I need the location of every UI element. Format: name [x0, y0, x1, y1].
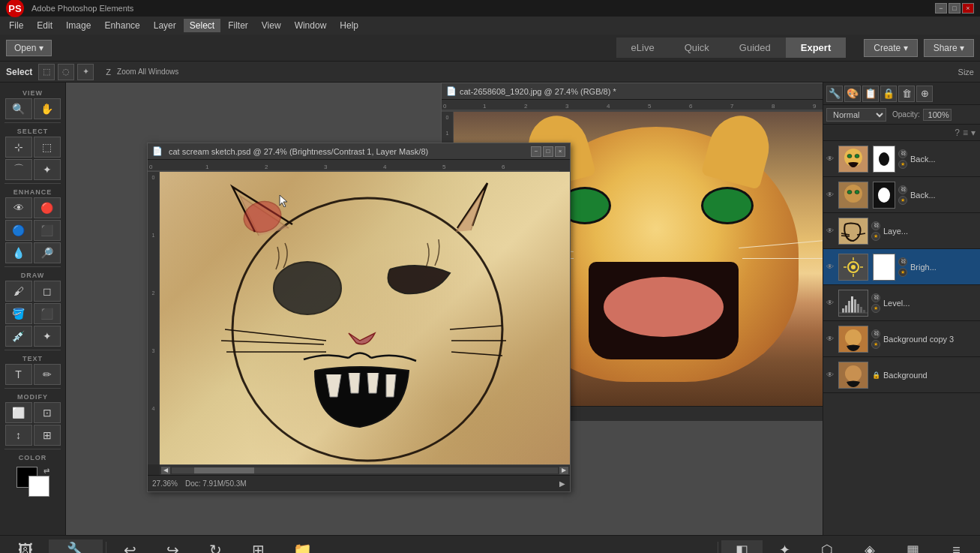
menu-image[interactable]: Image [60, 19, 97, 32]
layer-visibility-7[interactable]: 👁 [826, 371, 835, 379]
straighten-tool[interactable]: ↕ [5, 425, 32, 446]
tab-guided[interactable]: Guided [724, 38, 786, 58]
eraser-tool[interactable]: ◻ [34, 281, 61, 302]
layer-chain-2[interactable]: ⛓ [898, 185, 907, 194]
layer-visibility-1[interactable]: 👁 [826, 155, 835, 163]
layer-visibility-3[interactable]: 👁 [826, 227, 835, 235]
layer-chain-6[interactable]: ⛓ [871, 329, 880, 338]
panel-btn-2[interactable]: 🎨 [844, 86, 861, 102]
layer-chain-5[interactable]: ⛓ [871, 293, 880, 302]
eye-tool[interactable]: 👁 [5, 197, 32, 218]
tab-expert[interactable]: Expert [786, 38, 846, 58]
layer-item-3[interactable]: 👁 ⛓ ★ Laye... [823, 213, 980, 249]
layer-item-6[interactable]: 👁 ⛓ ★ Background copy 3 [823, 321, 980, 357]
bottom-btn-rotate[interactable]: ↻ Rotate [195, 539, 236, 553]
panel-expand-icon[interactable]: ▾ [971, 128, 976, 138]
menu-edit[interactable]: Edit [31, 19, 58, 32]
bottom-btn-redo[interactable]: ↪ Redo [152, 539, 193, 553]
layer-item-4[interactable]: 👁 [823, 249, 980, 285]
panel-help-icon[interactable]: ? [955, 128, 960, 138]
lasso-tool[interactable]: ⌒ [5, 159, 32, 180]
bottom-btn-effects[interactable]: ✦ Effects [764, 540, 805, 553]
crop-tool[interactable]: ⬜ [5, 402, 32, 423]
magic-wand-tool[interactable]: ✦ [34, 159, 61, 180]
layer-chain-3[interactable]: ⛓ [871, 221, 880, 230]
stamp-tool[interactable]: ⬛ [34, 220, 61, 241]
title-bar-controls[interactable]: − □ × [935, 3, 974, 14]
bottom-btn-styles[interactable]: ◈ Styles [850, 540, 891, 553]
layer-chain-1[interactable]: ⛓ [898, 149, 907, 158]
layer-star-2[interactable]: ★ [898, 196, 907, 205]
bottom-btn-filters[interactable]: ⬡ Filters [807, 540, 848, 553]
bottom-btn-undo[interactable]: ↩ Undo [109, 539, 151, 553]
select-magic-btn[interactable]: ✦ [77, 64, 94, 80]
layer-chain-4[interactable]: ⛓ [898, 257, 907, 266]
layer-item-5[interactable]: 👁 [823, 285, 980, 321]
bottom-btn-photo-bin[interactable]: 🖼 Photo Bin [3, 540, 47, 554]
layer-star-4[interactable]: ★ [898, 268, 907, 277]
gradient-tool[interactable]: ⬛ [34, 303, 61, 324]
swap-colors-icon[interactable]: ⇄ [43, 467, 49, 475]
layer-star-1[interactable]: ★ [898, 160, 907, 169]
eyedropper-tool[interactable]: 💉 [5, 326, 32, 347]
scroll-track-h[interactable] [172, 467, 558, 473]
panel-btn-1[interactable]: 🔧 [826, 86, 843, 102]
layer-visibility-4[interactable]: 👁 [826, 263, 835, 271]
menu-filter[interactable]: Filter [222, 19, 254, 32]
text-tool[interactable]: T [5, 364, 32, 385]
doc1-close-btn[interactable]: × [555, 146, 565, 157]
menu-select[interactable]: Select [184, 19, 220, 32]
panel-btn-4[interactable]: 🔒 [880, 86, 897, 102]
blend-mode-select[interactable]: Normal Multiply Screen Overlay [826, 108, 886, 122]
panel-btn-trash[interactable]: ⊕ [916, 86, 933, 102]
move-tool[interactable]: ⊹ [5, 137, 32, 158]
layer-item-2[interactable]: 👁 ⛓ ★ [823, 177, 980, 213]
bottom-btn-tool-options[interactable]: 🔧 Tool Options [49, 539, 103, 553]
red-eye-tool[interactable]: 🔴 [34, 197, 61, 218]
scroll-thumb-h[interactable] [194, 467, 254, 473]
panel-btn-5[interactable]: 🗑 [898, 86, 915, 102]
doc1-restore-btn[interactable]: □ [543, 146, 553, 157]
blur-tool[interactable]: 💧 [5, 242, 32, 263]
menu-layer[interactable]: Layer [148, 19, 182, 32]
smudge-tool[interactable]: ✦ [34, 326, 61, 347]
open-button[interactable]: Open ▾ [6, 40, 52, 56]
scroll-left-btn[interactable]: ◀ [161, 467, 170, 474]
menu-file[interactable]: File [3, 19, 29, 32]
text-paint-tool[interactable]: ✏ [34, 364, 61, 385]
opacity-input[interactable] [923, 109, 952, 121]
recompose-tool[interactable]: ⊡ [34, 402, 61, 423]
clone-tool[interactable]: 🔵 [5, 220, 32, 241]
zoom-tool[interactable]: 🔍 [5, 98, 32, 119]
bottom-btn-more[interactable]: ≡ More [936, 541, 977, 554]
transform-tool[interactable]: ⊞ [34, 425, 61, 446]
marquee-tool[interactable]: ⬚ [34, 137, 61, 158]
layer-star-3[interactable]: ★ [871, 232, 880, 241]
tab-elive[interactable]: eLive [616, 38, 670, 58]
close-button[interactable]: × [962, 3, 974, 14]
doc-window-sketch[interactable]: 📄 cat scream sketch.psd @ 27.4% (Brightn… [147, 143, 571, 492]
layer-star-6[interactable]: ★ [871, 340, 880, 349]
doc1-minimize-btn[interactable]: − [531, 146, 541, 157]
layer-visibility-6[interactable]: 👁 [826, 335, 835, 343]
share-button[interactable]: Share ▾ [924, 39, 974, 57]
select-lasso-btn[interactable]: ◌ [58, 64, 74, 80]
sharpen-tool[interactable]: 🔎 [34, 242, 61, 263]
menu-window[interactable]: Window [289, 19, 333, 32]
background-color[interactable] [28, 476, 49, 497]
menu-enhance[interactable]: Enhance [98, 19, 145, 32]
layer-star-5[interactable]: ★ [871, 304, 880, 313]
layer-item-7[interactable]: 👁 🔒 Background [823, 357, 980, 393]
scroll-right-btn[interactable]: ▶ [559, 467, 568, 474]
layer-visibility-5[interactable]: 👁 [826, 299, 835, 307]
create-button[interactable]: Create ▾ [864, 39, 917, 57]
layer-visibility-2[interactable]: 👁 [826, 191, 835, 199]
layer-item-1[interactable]: 👁 ⛓ [823, 141, 980, 177]
tab-quick[interactable]: Quick [670, 38, 724, 58]
panel-btn-3[interactable]: 📋 [862, 86, 879, 102]
menu-view[interactable]: View [256, 19, 287, 32]
bottom-btn-graphics[interactable]: ▦ Graphics [892, 540, 934, 553]
doc1-scrollbar-h[interactable]: ◀ ▶ [160, 464, 570, 475]
paint-bucket-tool[interactable]: 🪣 [5, 303, 32, 324]
menu-help[interactable]: Help [334, 19, 364, 32]
